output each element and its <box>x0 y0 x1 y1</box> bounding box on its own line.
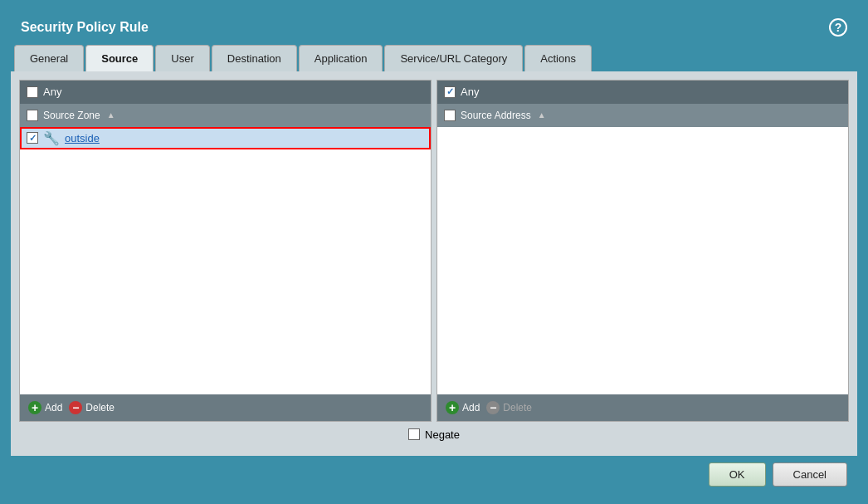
tab-service-url[interactable]: Service/URL Category <box>384 45 523 71</box>
source-address-add-btn[interactable]: + Add <box>446 401 480 414</box>
tab-destination[interactable]: Destination <box>212 45 297 71</box>
negate-checkbox[interactable] <box>408 428 420 440</box>
source-address-header-checkbox[interactable] <box>444 110 456 121</box>
help-icon[interactable]: ? <box>829 18 847 37</box>
source-zone-header-label: Source Zone <box>43 110 100 121</box>
tab-source[interactable]: Source <box>85 45 154 71</box>
source-address-delete-btn: − Delete <box>486 401 532 414</box>
source-address-content <box>437 127 848 394</box>
outside-link[interactable]: outside <box>65 132 100 144</box>
zone-icon: 🔧 <box>43 130 60 146</box>
source-zone-delete-btn[interactable]: − Delete <box>69 401 115 414</box>
security-policy-dialog: Security Policy Rule ? General Source Us… <box>11 12 857 493</box>
del-icon-right: − <box>486 401 500 414</box>
source-address-panel: Any Source Address ▲ + Add <box>436 80 849 422</box>
source-address-any-label: Any <box>461 86 479 98</box>
tab-application[interactable]: Application <box>299 45 383 71</box>
source-zone-panel: Any Source Zone ▲ 🔧 outside <box>19 80 432 422</box>
del-icon: − <box>69 401 82 414</box>
dialog-body: Any Source Zone ▲ 🔧 outside <box>11 71 857 456</box>
source-address-any-row[interactable]: Any <box>437 81 848 104</box>
add-icon: + <box>28 401 41 414</box>
dialog-footer: OK Cancel <box>11 456 857 493</box>
source-address-sort-icon[interactable]: ▲ <box>538 110 546 120</box>
tab-general[interactable]: General <box>14 45 84 71</box>
source-address-footer: + Add − Delete <box>437 394 848 421</box>
ok-button[interactable]: OK <box>709 462 766 487</box>
source-zone-header: Source Zone ▲ <box>20 104 431 127</box>
source-address-header-label: Source Address <box>461 110 531 121</box>
source-zone-content: 🔧 outside <box>20 127 431 394</box>
source-address-any-checkbox[interactable] <box>444 86 456 98</box>
source-zone-sort-icon[interactable]: ▲ <box>107 110 115 120</box>
outside-checkbox[interactable] <box>27 132 38 144</box>
source-zone-item-outside[interactable]: 🔧 outside <box>20 127 431 149</box>
panels-row: Any Source Zone ▲ 🔧 outside <box>19 80 849 422</box>
source-zone-any-label: Any <box>43 86 61 98</box>
cancel-button[interactable]: Cancel <box>773 462 847 487</box>
dialog-title: Security Policy Rule <box>21 20 149 35</box>
negate-label: Negate <box>425 428 460 441</box>
source-zone-header-checkbox[interactable] <box>27 110 38 121</box>
add-icon-right: + <box>446 401 459 414</box>
tab-user[interactable]: User <box>155 45 209 71</box>
source-zone-footer: + Add − Delete <box>20 394 431 421</box>
tab-actions[interactable]: Actions <box>524 45 592 71</box>
tabs-bar: General Source User Destination Applicat… <box>11 45 857 71</box>
source-address-header: Source Address ▲ <box>437 104 848 127</box>
source-zone-add-btn[interactable]: + Add <box>28 401 62 414</box>
source-zone-any-checkbox[interactable] <box>27 86 38 98</box>
title-bar: Security Policy Rule ? <box>11 12 857 43</box>
negate-row: Negate <box>19 422 849 448</box>
source-zone-any-row[interactable]: Any <box>20 81 431 104</box>
